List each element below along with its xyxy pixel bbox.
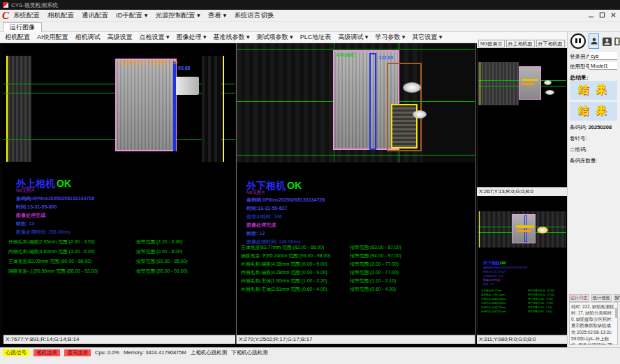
overlay-pink-box: [512, 214, 536, 243]
mini-row-alarm: 报警范围:(1.10 - 2.10): [528, 306, 552, 310]
barcode-count-row: 条码库数量:: [570, 158, 619, 165]
toolbar-advanced-settings[interactable]: 高级设置: [108, 33, 133, 42]
view-divider: [475, 43, 476, 344]
measure-row: 外侧毛刺-隔膜|4.38mm 范围:(0.00 - 9.00) 报警范围:(2.…: [241, 261, 327, 268]
menu-item-system-config[interactable]: 系统配置: [13, 11, 40, 20]
result-ok-label: OK: [57, 178, 71, 189]
tab-upper-camera-view[interactable]: 外上相机图: [506, 40, 535, 47]
machine-texture: [422, 43, 475, 162]
ng-note: NG无图片: [16, 188, 35, 194]
tab-run-log[interactable]: 运行日志: [569, 294, 589, 302]
tab-strip: 运行图像: [0, 22, 620, 32]
tab-lower-camera-view[interactable]: 外下相机图: [536, 40, 565, 47]
measure-row: 隔膜宽度-上|90.56mm 范围:(88.00 - 92.00) 报警范围:(…: [8, 268, 98, 275]
toolbar-other-settings[interactable]: 其它设置 ▾: [412, 33, 442, 42]
toolbar-camera-config[interactable]: 相机配置: [5, 33, 30, 42]
tab-ng-display[interactable]: NG图展示: [478, 40, 505, 47]
mini-overlay-marker: [516, 225, 534, 228]
mini-row-alarm: 报警范围:(2.00 - 77.00): [528, 302, 553, 305]
tab-statistics[interactable]: 统计信息: [591, 294, 612, 302]
mini-overlay-marker: [522, 83, 534, 85]
camera-view-upper[interactable]: 固定阈值:93, 动态阈值:100 93.88 外上相机OK NG无图片 条码码…: [3, 43, 235, 335]
exit-button[interactable]: [614, 33, 620, 49]
mid-image-strip: AI检测框 123.80: [237, 43, 475, 162]
brand-logo-icon: C: [2, 10, 9, 21]
user-icon: [590, 36, 598, 46]
barcode-value: 20250208: [589, 124, 612, 130]
toolbar-test-params[interactable]: 测试项参数 ▾: [257, 33, 293, 42]
toolbar-learning-params[interactable]: 学习参数 ▾: [375, 33, 405, 42]
tab-alarm-info[interactable]: 报警信息: [614, 294, 620, 302]
toolbar-plc-table[interactable]: PLC地址表: [300, 33, 332, 42]
result-block-upper: 结 果: [570, 81, 617, 100]
titlebar: CYS-视觉检测系统: [0, 0, 620, 10]
view-divider: [236, 43, 237, 344]
thumb1-coord-bar: X:267;Y:13;R:0;G:0;B:0: [477, 187, 567, 196]
heartbeat-badge: 心跳信号: [3, 349, 29, 356]
toolbar-camera-debug[interactable]: 相机调试: [75, 33, 101, 42]
tab-run-image[interactable]: 运行图像: [3, 22, 42, 32]
barcode-label: 条码码:: [570, 124, 587, 130]
menu-item-id-config[interactable]: ID手配置 ▾: [116, 11, 147, 20]
machine-texture: [202, 56, 221, 162]
mini-overlay-marker: [522, 79, 538, 81]
close-icon[interactable]: [609, 10, 618, 20]
minimize-icon[interactable]: [586, 10, 596, 20]
result-block-lower: 结 果: [570, 102, 617, 121]
left-image-strip: 固定阈值:93, 动态阈值:100 93.88: [3, 56, 235, 162]
result-ok-label: OK: [287, 180, 302, 191]
barcode-line: 条码码:0Ffiins20250208133134728: [246, 197, 325, 204]
measure-row: 外侧毛刺-隔膜|2.95mm 范围:(2.00 - 3.50) 报警范围:(2.…: [8, 238, 95, 245]
status-line: 图像处理完成: [246, 222, 276, 229]
toolbar-advanced-debug[interactable]: 高级调试 ▾: [338, 33, 368, 42]
overlay-blue-line: [173, 61, 176, 151]
needle-row: 卷针号:: [570, 135, 619, 142]
log-tab-strip: 运行日志 统计信息 报警信息: [569, 294, 619, 302]
login-user-field[interactable]: [589, 52, 617, 60]
barcode-row: 条码码: 20250208: [570, 124, 619, 131]
measure-row: 内侧毛刺-主体|1.90mm 范围:(1.00 - 2.20) 报警范围:(1.…: [241, 278, 327, 285]
memory-usage: Memory: 3424.41796875M: [124, 349, 186, 356]
threshold-overlay-text: 固定阈值:93, 动态阈值:100: [119, 59, 177, 66]
window-controls: [586, 10, 618, 20]
user-settings-icon: [603, 36, 612, 47]
overlay-green-line: [237, 49, 475, 50]
menu-item-comm-config[interactable]: 通讯配置: [82, 11, 108, 20]
exit-icon: [614, 36, 620, 47]
log-scrollbar[interactable]: [615, 308, 617, 318]
user-button[interactable]: [589, 33, 599, 49]
measure-overlay-label: 93.88: [178, 66, 191, 70]
toolbar-baseline-params[interactable]: 基准线参数 ▾: [214, 33, 250, 42]
thumbnail-lower-camera[interactable]: 外下相机OK 条码码:0Ffiins20250208133134728 时间:1…: [477, 196, 567, 335]
menu-item-view[interactable]: 查看 ▾: [208, 11, 226, 20]
menu-item-light-config[interactable]: 光源控制配置 ▾: [155, 11, 200, 20]
toolbar-ai-config[interactable]: AI使用配置: [37, 33, 68, 42]
status-bar: 心跳信号 相机连接 通讯连接 Cpu: 0.0% Memory: 3424.41…: [0, 347, 620, 364]
thumbnail-upper-camera[interactable]: [477, 48, 567, 187]
toolbar-image-processing[interactable]: 图像处理 ▾: [177, 33, 207, 42]
frames-line: 帧数: 13: [246, 230, 265, 237]
menu-item-language-switch[interactable]: 系统语言切换: [234, 11, 274, 20]
left-coord-bar: X:7677;Y:891;R:14;G:14;B:14: [3, 335, 235, 344]
overlay-yellow-box: [391, 104, 418, 149]
upper-camera-heartbeat[interactable]: 上相机心跳检测: [191, 349, 228, 356]
model-field[interactable]: [589, 62, 617, 70]
pause-button[interactable]: [570, 33, 586, 49]
user-settings-button[interactable]: [602, 33, 612, 49]
highlight-blob: [413, 110, 427, 119]
run-log-box[interactable]: 耗时: 222, 缺陷检测耗时: 17, 缺陷分类耗时: 0, 缺陷提取分区耗时…: [569, 302, 618, 345]
model-row: 使用型号:: [570, 63, 619, 70]
camera-view-lower[interactable]: AI检测框 123.80 外下相机OK NG无图片 条码码:0Ffiins202…: [237, 43, 475, 335]
overlay-yellow-line-left: [6, 56, 8, 162]
mini-row-alarm: 报警范围:(83.00 - 87.00): [528, 289, 554, 293]
menu-item-camera-config[interactable]: 相机配置: [47, 11, 74, 20]
overlay-blue-box: [524, 215, 527, 242]
overlay-yellow-line-left: [480, 62, 480, 105]
overlay-green-line: [237, 155, 475, 156]
lower-camera-heartbeat[interactable]: 下相机心跳检测: [231, 349, 268, 356]
toolbar-spot-check[interactable]: 点检设置 ▾: [140, 33, 170, 42]
maximize-icon[interactable]: [598, 10, 607, 20]
overlay-blue-box: [369, 53, 376, 150]
mini-overlay-marker: [517, 230, 531, 232]
ai-box-label: AI检测框: [336, 52, 355, 59]
